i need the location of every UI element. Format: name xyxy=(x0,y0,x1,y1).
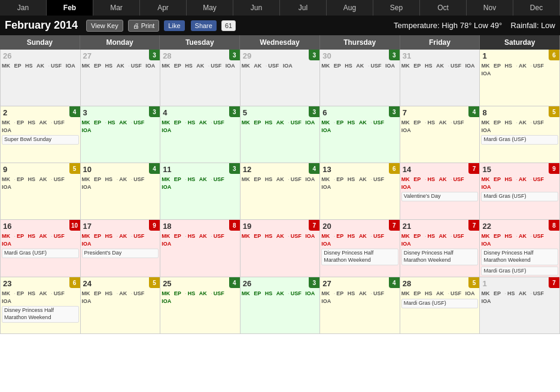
day-number: 5 xyxy=(242,108,319,118)
parks-line: MK EP HS AK ·USF IOA xyxy=(321,62,398,70)
cal-cell-25: 425MK EP ·HS AK ·USF IOA xyxy=(160,277,241,334)
nav-month-may[interactable]: May xyxy=(187,0,233,16)
crowd-badge: 6 xyxy=(549,50,559,60)
crowd-badge: 4 xyxy=(389,277,400,288)
crowd-badge: 4 xyxy=(149,163,160,174)
crowd-badge: 9 xyxy=(549,163,559,174)
dow-thursday: Thursday xyxy=(320,35,400,50)
event-label: Disney Princess Half Marathon Weekend xyxy=(2,306,79,322)
view-key-button[interactable]: View Key xyxy=(86,20,123,32)
crowd-badge: 5 xyxy=(149,277,160,288)
parks-line: MK ·EP HS AK ·USF IOA xyxy=(2,176,79,191)
cal-cell-23: 623MK ·EP HS AK ·USF IOA Disney Princess… xyxy=(1,277,81,334)
cal-cell-8: 58MK EP HS ·AK ·USF IOA Mardi Gras (USF) xyxy=(480,106,560,163)
day-number: 23 xyxy=(2,278,79,289)
cal-cell-27: 427MK ·EP HS AK ·USF IOA xyxy=(320,277,400,334)
day-number: 1 xyxy=(481,51,558,61)
crowd-badge: 6 xyxy=(389,163,400,174)
nav-month-oct[interactable]: Oct xyxy=(420,0,467,16)
day-number: 4 xyxy=(162,108,239,118)
crowd-badge: 4 xyxy=(69,106,80,117)
day-number: 7 xyxy=(401,108,479,118)
day-number: 1 xyxy=(481,278,558,289)
dow-sunday: Sunday xyxy=(0,35,80,50)
day-number: 3 xyxy=(82,108,159,118)
crowd-badge: 7 xyxy=(309,220,319,231)
day-number: 24 xyxy=(82,278,159,289)
event-label: Super Bowl Sunday xyxy=(2,135,79,145)
day-number: 22 xyxy=(481,221,558,231)
dow-friday: Friday xyxy=(400,35,480,50)
day-number: 29 xyxy=(242,51,319,61)
cal-cell-10: 410MK EP HS ·AK ·USF IOA xyxy=(81,163,161,220)
nav-month-apr[interactable]: Apr xyxy=(140,0,187,16)
crowd-badge: 4 xyxy=(229,277,240,288)
nav-month-jul[interactable]: Jul xyxy=(280,0,327,16)
crowd-badge: 3 xyxy=(229,163,240,174)
event-label: Disney Princess Half Marathon Weekend xyxy=(401,249,479,265)
parks-line: MK EP ·HS AK ·USF IOA xyxy=(401,232,479,247)
cal-cell-7: 47MK EP ·HS AK ·USF IOA xyxy=(400,106,480,163)
cal-cell-11: 311MK EP ·HS AK ·USF IOA xyxy=(160,163,241,220)
dow-wednesday: Wednesday xyxy=(240,35,320,50)
cal-cell-18: 818MK EP ·HS AK ·USF IOA xyxy=(160,220,241,277)
day-number: 28 xyxy=(162,51,239,61)
cal-cell-other-26: 26MK EP HS AK ·USF IOA xyxy=(1,50,81,106)
crowd-badge: 3 xyxy=(149,106,160,117)
day-number: 26 xyxy=(2,51,79,61)
cal-cell-other-29: 329MK AK ·USF IOA xyxy=(241,50,321,106)
parks-line: MK EP ·HS AK ·USF IOA xyxy=(162,232,239,247)
day-number: 26 xyxy=(242,278,319,289)
nav-month-mar[interactable]: Mar xyxy=(93,0,140,16)
nav-month-aug[interactable]: Aug xyxy=(327,0,373,16)
parks-line: MK ·EP HS AK ·USF IOA xyxy=(321,119,398,134)
day-number: 14 xyxy=(401,164,479,174)
day-number: 10 xyxy=(82,164,159,174)
cal-cell-14: 714MK EP ·HS AK ·USF IOA Valentine's Day xyxy=(400,163,480,220)
cal-cell-22: 822MK EP HS ·AK ·USF IOA Disney Princess… xyxy=(480,220,560,277)
day-number: 25 xyxy=(162,278,239,289)
day-number: 28 xyxy=(401,278,479,289)
parks-line: MK ·EP HS AK ·USF IOA xyxy=(2,232,79,247)
crowd-badge: 6 xyxy=(69,277,80,288)
cal-cell-other-1: 71MK EP ·HS AK ·USF IOA xyxy=(480,277,560,334)
facebook-like-button[interactable]: Like xyxy=(164,20,184,31)
crowd-badge: 5 xyxy=(468,277,479,288)
cal-cell-12: 412MK EP HS AK ·USF IOA xyxy=(241,163,321,220)
crowd-badge: 4 xyxy=(468,106,479,117)
crowd-badge: 9 xyxy=(149,220,160,231)
day-number: 6 xyxy=(321,108,398,118)
parks-line: MK ·EP HS AK ·USF IOA xyxy=(321,232,398,247)
cal-cell-2: 42MK ·EP HS AK ·USF IOA Super Bowl Sunda… xyxy=(1,106,81,163)
parks-line: MK EP HS ·AK ·USF IOA xyxy=(82,232,159,247)
nav-month-jun[interactable]: Jun xyxy=(233,0,280,16)
crowd-badge: 10 xyxy=(69,220,80,231)
cal-cell-17: 917MK EP HS ·AK ·USF IOA President's Day xyxy=(81,220,161,277)
cal-cell-13: 613MK ·EP HS AK ·USF IOA xyxy=(320,163,400,220)
crowd-badge: 5 xyxy=(69,163,80,174)
dow-saturday: Saturday xyxy=(480,35,560,50)
event-label: Valentine's Day xyxy=(401,192,479,201)
nav-month-jan[interactable]: Jan xyxy=(0,0,47,16)
facebook-share-button[interactable]: Share xyxy=(191,20,217,31)
parks-line: MK EP ·HS AK ·USF IOA xyxy=(82,119,159,134)
nav-month-sep[interactable]: Sep xyxy=(373,0,420,16)
parks-line: MK ·EP HS AK ·USF IOA xyxy=(2,290,79,305)
cal-cell-3: 33MK EP ·HS AK ·USF IOA xyxy=(81,106,161,163)
cal-cell-other-30: 330MK EP HS AK ·USF IOA xyxy=(320,50,400,106)
day-number: 13 xyxy=(321,164,398,174)
cal-cell-other-28: 328MK EP HS AK ·USF IOA xyxy=(160,50,241,106)
nav-month-feb[interactable]: Feb xyxy=(47,0,93,16)
parks-line: MK ·EP HS AK ·USF IOA xyxy=(2,119,79,134)
cal-cell-5: 35MK EP HS AK ·USF IOA xyxy=(241,106,321,163)
nav-month-dec[interactable]: Dec xyxy=(513,0,560,16)
parks-line: MK EP ·HS AK ·USF IOA xyxy=(401,119,479,134)
print-button[interactable]: 🖨 Print xyxy=(128,20,160,32)
crowd-badge: 7 xyxy=(468,220,479,231)
event-label: Mardi Gras (USF) xyxy=(481,135,558,145)
cal-cell-6: 36MK ·EP HS AK ·USF IOA xyxy=(320,106,400,163)
day-number: 16 xyxy=(2,221,79,231)
crowd-badge: 8 xyxy=(549,220,559,231)
nav-month-nov[interactable]: Nov xyxy=(467,0,513,16)
parks-line: MK EP ·HS AK ·USF IOA xyxy=(481,290,558,305)
